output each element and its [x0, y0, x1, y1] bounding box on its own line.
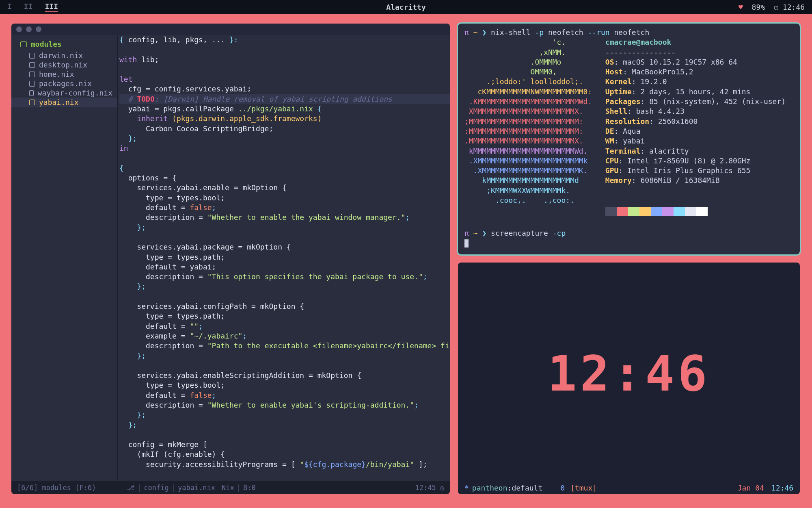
code-text: }; — [119, 352, 146, 360]
workspace-1[interactable]: I — [7, 2, 12, 12]
code-text: }; — [119, 410, 146, 419]
tmux-window-name[interactable]: [tmux] — [570, 484, 597, 492]
tmux-window-index[interactable]: 0 — [560, 484, 565, 492]
code-text: ; — [212, 391, 216, 399]
tree-file[interactable]: home.nix — [11, 69, 117, 79]
file-icon — [29, 53, 35, 59]
code-text: type = types.path; — [119, 312, 225, 320]
code-text: services.yabai.package = mkOption { — [119, 243, 291, 251]
tree-file-label: waybar-config.nix — [38, 89, 112, 97]
code-text — [119, 95, 128, 103]
file-icon — [29, 100, 35, 105]
code-text: }: — [229, 35, 238, 44]
code-text: /bin/yabai" — [366, 460, 414, 469]
tree-file-label: darwin.nix — [39, 51, 83, 60]
code-text: config, lib, pkgs, ... — [128, 35, 229, 44]
code-text: (mkIf (cfg.enable) { — [119, 450, 225, 458]
code-text: }; — [119, 282, 146, 291]
code-text: { — [313, 104, 322, 113]
battery-indicator: ♥ 89% — [739, 3, 765, 11]
code-text: lib; — [137, 55, 159, 64]
menubar-clock-value: 12:46 — [783, 3, 805, 11]
tree-file-label: yabai.nix — [39, 98, 79, 106]
code-text: }; — [119, 223, 146, 232]
status-clock: 12:45 — [415, 484, 436, 492]
code-text: environment.systemPackages = [ cfg.packa… — [119, 480, 344, 481]
tree-file-label: desktop.nix — [39, 61, 87, 69]
code-text: ../pkgs/yabai.nix — [238, 104, 313, 113]
terminal-window[interactable]: π ~ ❯ nix-shell -p neofetch --run neofet… — [458, 24, 800, 254]
tmux-statusbar: * pantheon:default 0 [tmux] Jan 04 12:46 — [458, 481, 800, 494]
terminal-body[interactable]: π ~ ❯ nix-shell -p neofetch --run neofet… — [458, 24, 800, 253]
code-editor[interactable]: { config, lib, pkgs, ... }: with lib; le… — [118, 35, 450, 481]
file-icon — [29, 62, 35, 68]
code-text: ]; — [414, 460, 428, 469]
code-text: { — [119, 35, 128, 44]
clock-icon: ◷ — [440, 484, 444, 492]
traffic-max-icon[interactable] — [36, 26, 41, 32]
window-title: Alacritty — [386, 3, 426, 11]
status-lang: Nix — [222, 484, 234, 492]
workspace-3[interactable]: III — [45, 2, 58, 12]
code-text: }; — [119, 421, 137, 429]
file-tree[interactable]: modules darwin.nix desktop.nix home.nix … — [11, 35, 118, 481]
code-text: services.yabai.configPath = mkOption { — [119, 302, 304, 310]
code-text: "Whether to enable yabai's scripting-add… — [207, 401, 414, 409]
code-text: inherit — [137, 114, 168, 123]
code-text: " — [300, 460, 304, 469]
status-path-1: config — [144, 484, 168, 492]
code-text: example = — [119, 332, 190, 340]
traffic-min-icon[interactable] — [26, 26, 32, 32]
code-text: ; — [423, 272, 428, 281]
status-cursor-pos: 8:0 — [243, 484, 256, 492]
code-text: with — [119, 55, 137, 64]
tree-file[interactable]: desktop.nix — [11, 60, 117, 69]
tmux-host: pantheon — [472, 484, 508, 492]
tree-file[interactable]: packages.nix — [11, 79, 117, 88]
code-text: default = yabai; — [119, 263, 216, 271]
code-text: TODO — [137, 95, 154, 103]
menubar-clock: ◷ 12:46 — [774, 3, 805, 11]
clock-icon: ◷ — [774, 3, 778, 11]
git-branch-icon: ⎇ — [127, 484, 135, 492]
file-icon — [29, 81, 35, 87]
tree-root[interactable]: modules — [11, 38, 117, 51]
tmux-prefix-icon: * — [464, 484, 469, 492]
code-text: config = mkMerge [ — [119, 440, 207, 449]
menubar: I II III Alacritty ♥ 89% ◷ 12:46 — [0, 0, 812, 14]
code-text: let — [119, 75, 133, 83]
battery-pct: 89% — [752, 3, 765, 11]
tmux-date: Jan 04 — [738, 484, 764, 492]
code-text — [119, 114, 137, 123]
tree-root-label: modules — [31, 40, 62, 48]
code-text: type = types.bool; — [119, 193, 225, 202]
tmux-session: :default — [508, 484, 543, 492]
tree-file[interactable]: waybar-config.nix — [11, 88, 117, 98]
code-text: default = — [119, 322, 190, 330]
code-text: "This option specifies the yabai package… — [207, 272, 423, 281]
editor-statusbar: [6/6] modules (F:6) ⎇ | config | yabai.n… — [11, 481, 450, 494]
traffic-close-icon[interactable] — [16, 26, 22, 32]
code-text: description = — [119, 272, 207, 281]
big-clock: 12:46 — [547, 345, 710, 402]
code-text: services.yabai.enableScriptingAddition =… — [119, 371, 361, 380]
code-text: in — [119, 144, 128, 152]
code-text: (pkgs.darwin.apple_sdk.frameworks) — [168, 114, 322, 123]
code-text: yabai = pkgs.callPackage — [119, 104, 238, 113]
tree-file-label: home.nix — [39, 70, 74, 78]
workspace-switcher: I II III — [7, 2, 58, 12]
code-text: cfg = config.services.yabai; — [119, 85, 251, 93]
code-text: description = — [119, 213, 207, 221]
tree-file[interactable]: darwin.nix — [11, 51, 117, 60]
code-text: : [Darwin] Handle removal of yabai scrip… — [155, 95, 392, 103]
tmux-window[interactable]: 12:46 * pantheon:default 0 [tmux] Jan 04… — [458, 263, 800, 494]
code-text: default = — [119, 391, 190, 399]
tree-file-active[interactable]: yabai.nix — [11, 98, 117, 107]
editor-titlebar[interactable] — [11, 24, 450, 35]
code-text: ; — [199, 322, 203, 330]
code-text: type = types.path; — [119, 253, 225, 261]
code-text: ${cfg.package} — [304, 460, 366, 469]
status-tree-info: [6/6] modules (F:6) — [17, 484, 123, 492]
workspace-2[interactable]: II — [24, 2, 33, 12]
tmux-time: 12:46 — [771, 484, 793, 492]
